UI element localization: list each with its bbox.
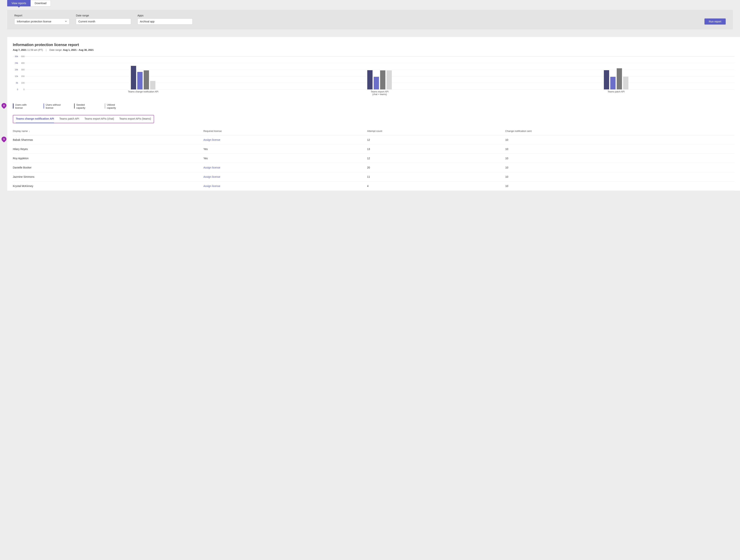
y-tick-secondary: 100 — [19, 82, 24, 84]
cell-attempt-count: 20 — [367, 163, 505, 172]
cell-display-name: Krystal McKinney — [13, 182, 203, 191]
y-tick-primary: 0 — [13, 88, 18, 91]
chart-category-label: Teams patch API — [597, 90, 635, 93]
legend-swatch — [74, 103, 75, 109]
chart-bar — [623, 77, 628, 90]
legend-item-seeded-capacity: Seeded capacity — [74, 103, 93, 109]
chart-bar — [617, 68, 622, 90]
table-row: Jazmine SimmonsAssign license1110 — [13, 172, 734, 182]
callout-badge-9: 9 — [1, 136, 8, 143]
chevron-down-icon — [65, 20, 67, 23]
table-row: Babak ShammasAssign license1210 — [13, 135, 734, 144]
report-date-range-prefix: Date range: — [50, 48, 63, 51]
chart: 30k24k18k12k6k0 5004003002001000 Teams c… — [7, 51, 740, 94]
table-header[interactable]: Display name↓ — [13, 127, 203, 135]
subtab[interactable]: Teams export APIs (chat) — [84, 117, 114, 122]
report-select-value: Information protection license — [17, 20, 52, 23]
y-tick-primary: 24k — [13, 62, 18, 64]
assign-license-link[interactable]: Assign license — [203, 182, 367, 191]
chart-cluster: Teams patch API — [498, 57, 734, 90]
tab-download[interactable]: Download — [30, 0, 51, 6]
y-tick-secondary: 500 — [19, 55, 24, 58]
subtab[interactable]: Teams export APIs (teams) — [119, 117, 151, 122]
y-tick-secondary: 300 — [19, 69, 24, 71]
cell-display-name: Hilary Reyes — [13, 144, 203, 154]
y-tick-secondary: 200 — [19, 75, 24, 77]
table-header[interactable]: Attempt count — [367, 127, 505, 135]
cell-display-name: Danielle Booker — [13, 163, 203, 172]
subtabs: Teams change notification APITeams patch… — [13, 115, 154, 123]
chart-bar — [131, 66, 136, 90]
assign-license-link[interactable]: Assign license — [203, 172, 367, 182]
run-report-button[interactable]: Run report — [705, 18, 726, 24]
sort-arrow-icon: ↓ — [29, 130, 30, 132]
chart-bar — [144, 71, 149, 90]
cell-change-notification-sent: 10 — [505, 144, 734, 154]
y-tick-primary: 18k — [13, 69, 18, 71]
cell-change-notification-sent: 10 — [505, 135, 734, 144]
chart-bar — [380, 71, 385, 90]
legend-swatch — [43, 103, 44, 109]
cell-attempt-count: 13 — [367, 144, 505, 154]
assign-license-link[interactable]: Assign license — [203, 163, 367, 172]
cell-attempt-count: 11 — [367, 172, 505, 182]
cell-required-license: Yes — [203, 144, 367, 154]
filters-bar: Report Information protection license Da… — [7, 10, 733, 29]
apps-label: Apps — [137, 14, 193, 17]
table-row: Danielle BookerAssign license2010 — [13, 163, 734, 172]
chart-clusters: Teams change notification APITeams expor… — [25, 57, 734, 90]
report-card: Information protection license report Au… — [7, 37, 740, 191]
report-timestamp-time: 11:59 am (PT) — [27, 48, 43, 51]
date-range-select[interactable]: Current month — [76, 18, 131, 24]
tab-view-reports[interactable]: View reports — [7, 0, 30, 6]
report-label: Report — [14, 14, 70, 17]
y-tick-secondary: 400 — [19, 62, 24, 64]
cell-attempt-count: 4 — [367, 182, 505, 191]
legend-swatch — [105, 103, 105, 109]
date-range-value: Current month — [78, 20, 95, 23]
assign-license-link[interactable]: Assign license — [203, 135, 367, 144]
chart-bar — [137, 72, 143, 90]
chart-category-label: Teams change notification API — [124, 90, 162, 93]
y-tick-primary: 6k — [13, 82, 18, 84]
table-header[interactable]: Required license — [203, 127, 367, 135]
cell-display-name: Jazmine Simmons — [13, 172, 203, 182]
legend-label: Users without license — [46, 103, 63, 109]
cell-required-license: Yes — [203, 154, 367, 163]
apps-select[interactable]: Archival app — [137, 18, 193, 24]
y-tick-primary: 30k — [13, 55, 18, 58]
table-row: Hilary ReyesYes1310 — [13, 144, 734, 154]
apps-value: Archival app — [140, 20, 155, 23]
cell-display-name: Roy Appleton — [13, 154, 203, 163]
report-title: Information protection license report — [13, 43, 734, 47]
chart-bar — [367, 70, 373, 90]
table-row: Krystal McKinneyAssign license410 — [13, 182, 734, 191]
data-table: Display name↓Required licenseAttempt cou… — [7, 123, 740, 191]
cell-change-notification-sent: 10 — [505, 163, 734, 172]
chart-bar — [386, 71, 392, 90]
cell-attempt-count: 12 — [367, 154, 505, 163]
chart-bar — [374, 77, 379, 90]
subtab[interactable]: Teams change notification API — [16, 117, 54, 123]
table-row: Roy AppletonYes1210 — [13, 154, 734, 163]
report-timestamp-date: Aug 7, 2021 — [13, 48, 26, 51]
table-header[interactable]: Change notification sent — [505, 127, 734, 135]
legend-label: Users with license — [15, 103, 32, 109]
report-select[interactable]: Information protection license — [14, 18, 70, 24]
legend-item-users-with-license: Users with license — [13, 103, 32, 109]
y-tick-primary: 12k — [13, 75, 18, 77]
legend-label: Seeded capacity — [76, 103, 93, 109]
top-tabs: View reports Download — [0, 0, 740, 6]
cell-display-name: Babak Shammas — [13, 135, 203, 144]
chart-legend: 8 Users with license Users without licen… — [7, 94, 740, 113]
subtab[interactable]: Teams patch API — [59, 117, 79, 122]
legend-item-users-without-license: Users without license — [43, 103, 63, 109]
legend-item-utilized-capacity: Utilized capacity — [105, 103, 124, 109]
chart-cluster: Teams change notification API — [25, 57, 261, 90]
legend-label: Utilized capacity — [107, 103, 124, 109]
cell-change-notification-sent: 10 — [505, 172, 734, 182]
cell-change-notification-sent: 10 — [505, 154, 734, 163]
chart-bar — [610, 77, 616, 90]
chart-cluster: Teams export API(chat + teams) — [261, 57, 498, 90]
chart-bar — [150, 81, 156, 90]
